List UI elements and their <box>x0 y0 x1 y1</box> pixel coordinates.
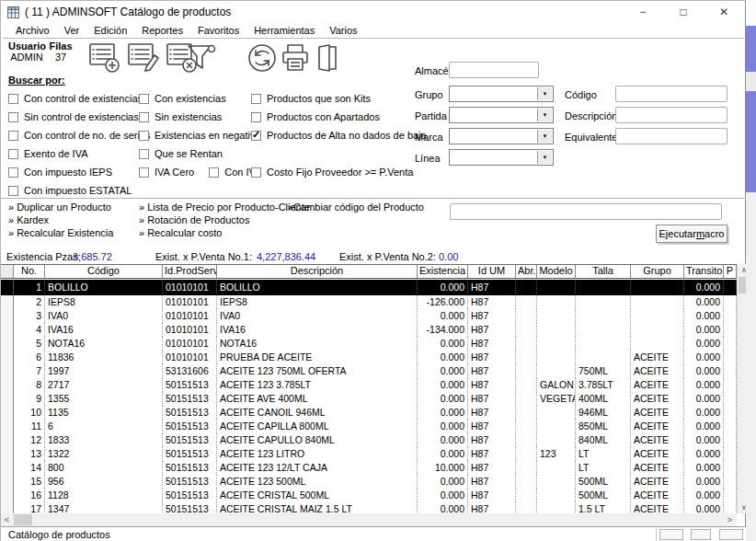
checkbox-productos-de-alta-no-dados-de-baja[interactable] <box>251 131 261 141</box>
column-header-codigo[interactable]: Código <box>45 265 163 278</box>
column-header-no[interactable]: No. <box>14 265 45 278</box>
table-row[interactable]: 11650151513ACEITE CAPILLA 800ML0.000H878… <box>1 420 737 433</box>
grupo-select[interactable]: ▼ <box>449 86 554 102</box>
table-row[interactable]: 10113550151513ACEITE CANOIL 946ML0.000H8… <box>1 406 737 420</box>
cell-id-um: H87 <box>468 489 516 502</box>
table-row[interactable]: 1BOLILLO01010101BOLILLO0.000H870.000 <box>1 280 737 295</box>
action-link-kardex[interactable]: » Kardex <box>8 214 113 224</box>
menu-item-favoritos[interactable]: Favoritos <box>190 24 246 38</box>
cell-modelo <box>537 433 576 447</box>
column-header-descripcion[interactable]: Descripción <box>217 265 418 278</box>
scroll-left-icon[interactable]: < <box>1 513 13 526</box>
new-record-icon[interactable] <box>88 42 121 74</box>
column-header-existencia[interactable]: Existencia <box>418 265 468 278</box>
cell-descripcion: PRUEBA DE ACEITE <box>217 351 418 364</box>
chevron-down-icon[interactable]: ▼ <box>537 130 552 143</box>
checkbox-con-control-de-no-de-series[interactable] <box>8 131 18 141</box>
column-header-p[interactable]: P <box>724 265 737 278</box>
checkbox-con-control-de-existencias[interactable] <box>8 94 18 104</box>
maximize-button[interactable]: □ <box>670 3 697 21</box>
column-header-id-prodserv[interactable]: Id.ProdServ. <box>163 265 217 278</box>
checkbox-costo-fijo-proveedor-p-venta[interactable] <box>251 167 261 178</box>
close-button[interactable]: ✕ <box>710 3 738 21</box>
codigo-input[interactable] <box>615 86 727 102</box>
checkbox-con-existencias[interactable] <box>139 94 149 104</box>
execute-macro-button[interactable]: Ejecutar macro <box>656 224 727 243</box>
linea-select[interactable]: ▼ <box>449 149 554 166</box>
checkbox-existencias-en-negativo[interactable] <box>139 131 149 141</box>
action-link-rotacion-de-productos[interactable]: » Rotación de Productos <box>139 214 310 224</box>
checkbox-con-impuesto-ieps[interactable] <box>8 167 18 178</box>
descripcion-input[interactable] <box>615 107 727 123</box>
table-row[interactable]: 2IEPS801010101IEPS8-126.000H870.000 <box>1 295 737 309</box>
column-header-transito[interactable]: Transito <box>684 265 724 278</box>
menu-item-reportes[interactable]: Reportes <box>134 24 190 38</box>
table-row[interactable]: 7199753131606ACEITE 123 750ML OFERTA0.00… <box>1 364 737 378</box>
cell-grupo <box>631 337 684 351</box>
checkbox-sin-existencias[interactable] <box>139 112 149 122</box>
exit-door-icon[interactable] <box>313 42 346 74</box>
checkbox-sin-control-de-existencias[interactable] <box>8 112 18 122</box>
chevron-down-icon[interactable]: ▼ <box>537 109 552 121</box>
table-row[interactable]: 13132250151513ACEITE 123 LITRO0.000H8712… <box>1 447 737 461</box>
checkbox-productos-que-son-kits[interactable] <box>251 94 261 104</box>
cell-grupo: ACEITE <box>631 502 684 513</box>
column-header-modelo[interactable]: Modelo <box>537 265 576 278</box>
column-header-talla[interactable]: Talla <box>576 265 631 278</box>
table-row[interactable]: 1480050151513ACEITE 123 12/LT CAJA10.000… <box>1 461 737 475</box>
table-row[interactable]: 4IVA1601010101IVA16-134.000H870.000 <box>1 323 737 337</box>
filter-icon[interactable] <box>185 42 218 74</box>
action-link-recalcular-existencia[interactable]: » Recalcular Existencia <box>8 227 113 237</box>
table-row[interactable]: 17134750151513ACEITE CRISTAL MAIZ 1.5 LT… <box>1 502 737 513</box>
table-row[interactable]: 12183350151513ACEITE CAPULLO 840ML0.000H… <box>1 433 737 447</box>
checkbox-iva-cero[interactable] <box>139 167 149 178</box>
action-link-duplicar-un-producto[interactable]: » Duplicar un Producto <box>8 201 113 212</box>
checkbox-exento-de-iva[interactable] <box>8 149 18 159</box>
checkbox-productos-con-apartados[interactable] <box>251 112 261 122</box>
menu-item-varios[interactable]: Varios <box>322 24 364 38</box>
column-header-id-um[interactable]: Id UM <box>468 265 516 278</box>
refresh-icon[interactable] <box>246 42 279 74</box>
checkbox-con-impuesto-estatal[interactable] <box>8 186 18 196</box>
table-row[interactable]: 61183601010101PRUEBA DE ACEITE0.000H87AC… <box>1 351 737 364</box>
scroll-right-icon[interactable]: > <box>724 513 736 526</box>
table-row[interactable]: 8271750151513ACEITE 123 3.785LT0.000H87G… <box>1 378 737 392</box>
minimize-button[interactable]: − <box>629 3 657 21</box>
action-link-cambiar-codigo-del-producto[interactable]: »Cambiar código del Producto <box>288 201 424 212</box>
checkbox-que-se-rentan[interactable] <box>139 149 149 159</box>
horizontal-scrollbar[interactable]: < > <box>1 513 737 526</box>
table-row[interactable]: 16112850151513ACEITE CRISTAL 500ML0.000H… <box>1 489 737 502</box>
cell-talla: 946ML <box>576 406 631 420</box>
macro-input[interactable] <box>450 203 722 220</box>
menu-item-archivo[interactable]: Archivo <box>8 24 57 38</box>
cell-no: 9 <box>14 392 45 406</box>
chevron-down-icon[interactable]: ▼ <box>537 151 552 164</box>
menu-item-ver[interactable]: Ver <box>57 24 87 38</box>
cell-no: 13 <box>14 447 45 461</box>
table-row[interactable]: 5NOTA1601010101NOTA160.000H870.000 <box>1 337 737 351</box>
cell-codigo: 1355 <box>45 392 163 406</box>
menu-item-edicion[interactable]: Edición <box>86 24 134 38</box>
chevron-down-icon[interactable]: ▼ <box>537 87 552 100</box>
row-selector-cell <box>1 337 14 351</box>
menu-bar: ArchivoVerEdiciónReportesFavoritosHerram… <box>3 24 744 39</box>
marca-select[interactable]: ▼ <box>449 128 554 144</box>
table-row[interactable]: 1595650151513ACEITE 123 500ML0.000H87500… <box>1 475 737 489</box>
equivalentes-input[interactable] <box>615 128 727 144</box>
action-link-lista-de-precio-por-producto-cliente[interactable]: » Lista de Precio por Producto-Cliente <box>139 201 310 212</box>
edit-record-icon[interactable] <box>127 42 160 74</box>
table-row[interactable]: 3IVA001010101IVA00.000H870.000 <box>1 309 737 323</box>
window-title: ( 11 ) ADMINSOFT Catálogo de productos <box>25 6 231 18</box>
print-icon[interactable] <box>279 42 312 74</box>
partida-select[interactable]: ▼ <box>449 107 554 123</box>
table-row[interactable]: 9135550151513ACEITE AVE 400ML0.000H87VEG… <box>1 392 737 406</box>
checkbox-con-iva[interactable] <box>209 167 219 178</box>
row-selector-header[interactable] <box>1 265 14 278</box>
horizontal-scroll-thumb[interactable] <box>14 514 32 525</box>
action-link-recalcular-costo[interactable]: » Recalcular costo <box>139 227 310 237</box>
column-header-grupo[interactable]: Grupo <box>631 265 684 278</box>
column-header-abr[interactable]: Abr. <box>516 265 537 278</box>
menu-item-herramientas[interactable]: Herramientas <box>246 24 322 38</box>
cell-abr <box>516 337 537 351</box>
almacen-input[interactable] <box>449 62 539 78</box>
